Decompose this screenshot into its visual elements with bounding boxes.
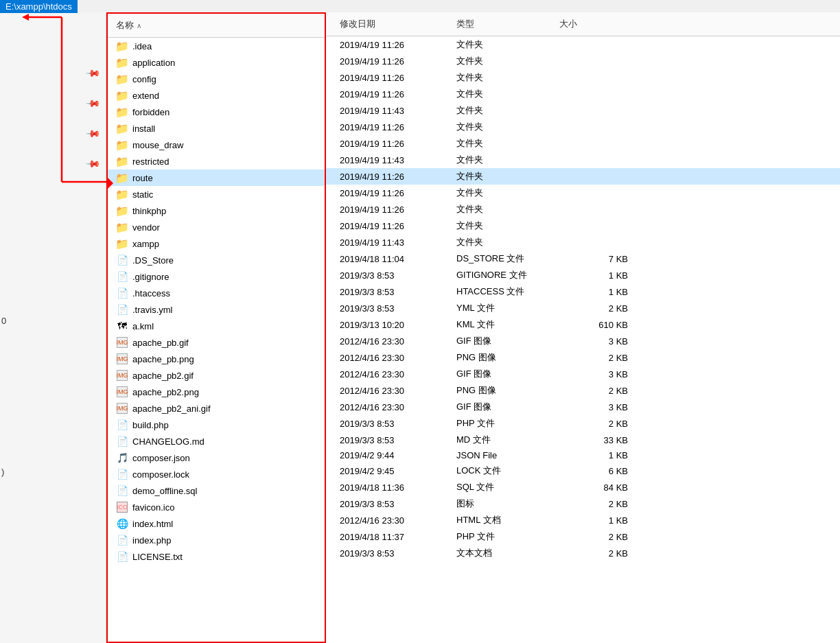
detail-row[interactable]: 2012/4/16 23:30HTML 文档1 KB bbox=[326, 512, 840, 528]
folder-icon: 📁 bbox=[116, 188, 128, 200]
file-row[interactable]: 📁forbidden bbox=[108, 104, 325, 120]
file-row[interactable]: IMGapache_pb2.gif bbox=[108, 367, 325, 384]
folder-icon: 📁 bbox=[116, 221, 128, 233]
file-row[interactable]: 📄.travis.yml bbox=[108, 301, 325, 318]
file-row[interactable]: IMGapache_pb.gif bbox=[108, 334, 325, 351]
detail-type: PNG 图像 bbox=[456, 384, 559, 397]
detail-date: 2019/4/19 11:26 bbox=[340, 139, 456, 149]
file-row[interactable]: IMGapache_pb.png bbox=[108, 351, 325, 367]
file-row[interactable]: 📁config bbox=[108, 71, 325, 87]
detail-date: 2019/4/19 11:26 bbox=[340, 172, 456, 182]
file-icon: 🌐 bbox=[116, 517, 128, 530]
file-row[interactable]: 📁mouse_draw bbox=[108, 137, 325, 153]
file-row[interactable]: 📁restricted bbox=[108, 153, 325, 169]
detail-row[interactable]: 2019/4/19 11:26文件夹 bbox=[326, 201, 840, 218]
file-row[interactable]: 📁static bbox=[108, 186, 325, 202]
detail-row[interactable]: 2019/4/19 11:43文件夹 bbox=[326, 234, 840, 250]
file-icon: 📄 bbox=[116, 419, 128, 431]
file-row[interactable]: 📁xampp bbox=[108, 235, 325, 252]
date-column-header: 修改日期 bbox=[340, 18, 456, 30]
detail-row[interactable]: 2019/3/3 8:53PHP 文件2 KB bbox=[326, 415, 840, 432]
detail-row[interactable]: 2012/4/16 23:30PNG 图像2 KB bbox=[326, 349, 840, 366]
detail-type: 文件夹 bbox=[456, 104, 559, 117]
detail-row[interactable]: 2019/3/3 8:53图标2 KB bbox=[326, 495, 840, 512]
detail-row[interactable]: 2019/3/3 8:53HTACCESS 文件1 KB bbox=[326, 283, 840, 300]
file-row[interactable]: 📄composer.lock bbox=[108, 466, 325, 482]
detail-type: 文件夹 bbox=[456, 220, 559, 232]
detail-row[interactable]: 2012/4/16 23:30GIF 图像3 KB bbox=[326, 366, 840, 382]
detail-row[interactable]: 2019/4/18 11:37PHP 文件2 KB bbox=[326, 528, 840, 545]
file-row[interactable]: 📁application bbox=[108, 54, 325, 71]
pin-icon-4[interactable]: 📌 bbox=[85, 155, 101, 171]
sidebar-pins: 📌 📌 📌 📌 bbox=[0, 12, 106, 643]
pin-icon-3[interactable]: 📌 bbox=[85, 125, 101, 141]
file-row[interactable]: 📁thinkphp bbox=[108, 202, 325, 219]
file-row[interactable]: 📁vendor bbox=[108, 219, 325, 235]
detail-row[interactable]: 2019/4/19 11:43文件夹 bbox=[326, 102, 840, 119]
detail-row[interactable]: 2019/4/19 11:26文件夹 bbox=[326, 86, 840, 102]
file-name: demo_offline.sql bbox=[132, 486, 197, 496]
file-icon: 📄 bbox=[116, 435, 128, 447]
file-row[interactable]: 📁route bbox=[108, 169, 325, 186]
detail-row[interactable]: 2019/4/2 9:45LOCK 文件6 KB bbox=[326, 463, 840, 479]
file-row[interactable]: 📄.gitignore bbox=[108, 268, 325, 285]
file-row[interactable]: 📄.htaccess bbox=[108, 285, 325, 301]
file-icon: IMG bbox=[116, 369, 128, 382]
detail-row[interactable]: 2019/4/2 9:44JSON File1 KB bbox=[326, 448, 840, 463]
file-row[interactable]: 📄build.php bbox=[108, 417, 325, 433]
file-row[interactable]: 🌐index.html bbox=[108, 515, 325, 532]
file-row[interactable]: 📄LICENSE.txt bbox=[108, 548, 325, 565]
detail-date: 2019/4/19 11:26 bbox=[340, 221, 456, 231]
detail-size: 1 KB bbox=[559, 515, 628, 526]
detail-row[interactable]: 2019/3/3 8:53文本文档2 KB bbox=[326, 545, 840, 561]
detail-row[interactable]: 2019/3/13 10:20KML 文件610 KB bbox=[326, 316, 840, 333]
pin-icon-2[interactable]: 📌 bbox=[85, 95, 101, 110]
detail-type: 文本文档 bbox=[456, 547, 559, 559]
pin-icon-1[interactable]: 📌 bbox=[85, 65, 101, 80]
file-row[interactable]: IMGapache_pb2_ani.gif bbox=[108, 400, 325, 417]
file-row[interactable]: IMGapache_pb2.png bbox=[108, 384, 325, 400]
file-icon: 📄 bbox=[116, 270, 128, 283]
detail-row[interactable]: 2019/3/3 8:53YML 文件2 KB bbox=[326, 300, 840, 316]
file-row[interactable]: 📄demo_offline.sql bbox=[108, 482, 325, 499]
file-name: .DS_Store bbox=[132, 255, 174, 266]
file-icon: 📄 bbox=[116, 468, 128, 480]
detail-row[interactable]: 2019/4/19 11:43文件夹 bbox=[326, 152, 840, 168]
detail-row[interactable]: 2019/3/3 8:53GITIGNORE 文件1 KB bbox=[326, 267, 840, 283]
file-row[interactable]: 📁extend bbox=[108, 87, 325, 104]
file-name: thinkphp bbox=[132, 206, 166, 216]
file-row[interactable]: 🎵composer.json bbox=[108, 449, 325, 466]
file-row[interactable]: 📄CHANGELOG.md bbox=[108, 433, 325, 449]
file-name: .travis.yml bbox=[132, 305, 173, 315]
detail-row[interactable]: 2019/4/19 11:26文件夹 bbox=[326, 119, 840, 135]
detail-row[interactable]: 2012/4/16 23:30GIF 图像3 KB bbox=[326, 399, 840, 415]
detail-row[interactable]: 2019/3/3 8:53MD 文件33 KB bbox=[326, 432, 840, 448]
file-row[interactable]: 📄index.php bbox=[108, 532, 325, 548]
file-row[interactable]: ICOfavicon.ico bbox=[108, 499, 325, 515]
detail-type: 文件夹 bbox=[456, 203, 559, 215]
detail-date: 2019/3/3 8:53 bbox=[340, 419, 456, 429]
detail-row[interactable]: 2019/4/19 11:26文件夹 bbox=[326, 218, 840, 234]
detail-row[interactable]: 2019/4/19 11:26文件夹 bbox=[326, 53, 840, 69]
file-row[interactable]: 🗺a.kml bbox=[108, 318, 325, 334]
detail-row[interactable]: 2019/4/19 11:26文件夹 bbox=[326, 135, 840, 152]
folder-icon: 📁 bbox=[116, 172, 128, 184]
file-row[interactable]: 📄.DS_Store bbox=[108, 252, 325, 268]
file-row[interactable]: 📁.idea bbox=[108, 38, 325, 54]
detail-row[interactable]: 2019/4/18 11:04DS_STORE 文件7 KB bbox=[326, 250, 840, 267]
detail-date: 2019/4/19 11:43 bbox=[340, 155, 456, 165]
detail-row[interactable]: 2019/4/19 11:26文件夹 bbox=[326, 36, 840, 53]
detail-row[interactable]: 2019/4/18 11:36SQL 文件84 KB bbox=[326, 479, 840, 495]
detail-row[interactable]: 2012/4/16 23:30GIF 图像3 KB bbox=[326, 333, 840, 349]
file-name: composer.json bbox=[132, 453, 190, 463]
detail-row[interactable]: 2019/4/19 11:26文件夹 bbox=[326, 185, 840, 201]
explorer-container: 📌 📌 📌 📌 名称 ∧ 📁.idea📁application📁config📁e… bbox=[0, 12, 840, 643]
file-row[interactable]: 📁install bbox=[108, 120, 325, 137]
detail-type: 文件夹 bbox=[456, 154, 559, 166]
detail-row[interactable]: 2019/4/19 11:26文件夹 bbox=[326, 168, 840, 185]
address-bar[interactable]: E:\xampp\htdocs bbox=[0, 0, 78, 13]
detail-date: 2019/4/18 11:04 bbox=[340, 254, 456, 264]
file-icon: 📄 bbox=[116, 550, 128, 563]
detail-row[interactable]: 2012/4/16 23:30PNG 图像2 KB bbox=[326, 382, 840, 399]
detail-row[interactable]: 2019/4/19 11:26文件夹 bbox=[326, 69, 840, 86]
